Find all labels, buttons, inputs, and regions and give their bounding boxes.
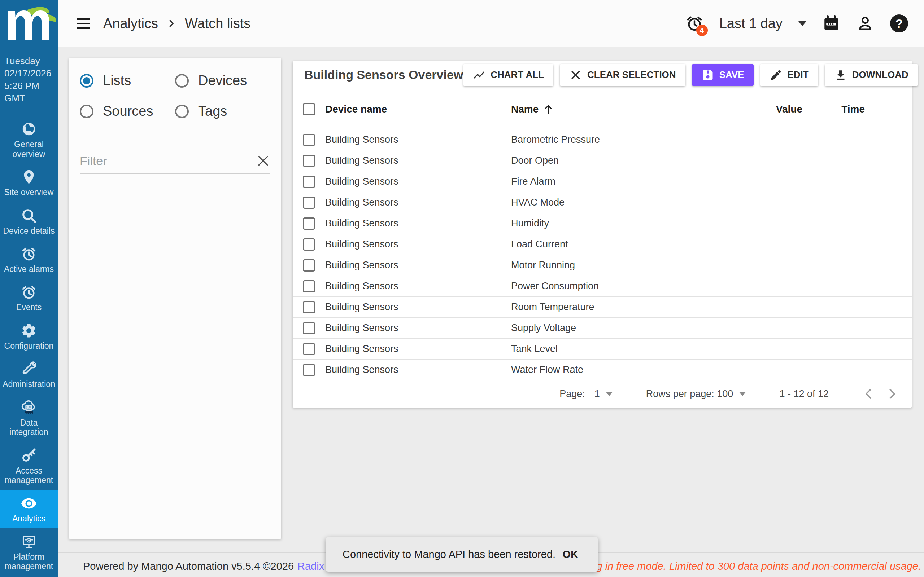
radio-lists[interactable]: Lists <box>80 73 175 89</box>
point-name-cell: Water Flow Rate <box>511 364 728 376</box>
breadcrumb-watch-lists[interactable]: Watch lists <box>185 16 250 31</box>
edit-button[interactable]: EDIT <box>760 64 818 86</box>
clear-filter-icon[interactable] <box>256 154 270 168</box>
table-row[interactable]: Building Sensors Power Consumption <box>293 276 912 297</box>
sidebar-item-label: Site overview <box>4 187 54 197</box>
row-checkbox[interactable] <box>303 218 315 230</box>
table-row[interactable]: Building Sensors Fire Alarm <box>293 171 912 192</box>
row-checkbox[interactable] <box>303 280 315 292</box>
free-mode-notice: ing in free mode. Limited to 300 data po… <box>588 561 921 572</box>
radio-sources[interactable]: Sources <box>80 103 175 119</box>
chevron-down-icon <box>739 392 746 396</box>
watchlist-title: Building Sensors Overview <box>304 68 463 82</box>
sidebar-item-platform-management[interactable]: Platform management <box>0 528 58 576</box>
sidebar-item-general-overview[interactable]: General overview <box>0 116 58 164</box>
radio-tags[interactable]: Tags <box>175 103 270 119</box>
row-checkbox[interactable] <box>303 197 315 209</box>
sidebar-item-active-alarms[interactable]: Active alarms <box>0 240 58 279</box>
calendar-icon[interactable] <box>822 15 840 32</box>
table-row[interactable]: Building Sensors Humidity <box>293 213 912 234</box>
watchlist-selector-panel: Lists Devices Sources Tags <box>69 58 281 539</box>
sidebar-item-site-overview[interactable]: Site overview <box>0 164 58 202</box>
close-icon <box>569 69 582 82</box>
row-checkbox[interactable] <box>303 322 315 334</box>
sidebar-item-device-details[interactable]: Device details <box>0 202 58 240</box>
column-header-device-name[interactable]: Device name <box>325 103 511 115</box>
filter-input[interactable] <box>80 154 256 168</box>
page-select[interactable]: 1 <box>594 388 613 400</box>
radio-devices[interactable]: Devices <box>175 73 270 89</box>
device-name-cell: Building Sensors <box>325 197 511 208</box>
mango-logo[interactable]: m <box>0 0 58 54</box>
radio-unselected-icon <box>175 74 189 88</box>
alarms-button[interactable]: 4 <box>685 15 703 32</box>
device-name-cell: Building Sensors <box>325 301 511 313</box>
point-name-cell: Room Temperature <box>511 301 728 313</box>
breadcrumb-analytics[interactable]: Analytics <box>103 16 158 31</box>
table-row[interactable]: Building Sensors Water Flow Rate <box>293 359 912 380</box>
table-row[interactable]: Building Sensors Supply Voltage <box>293 318 912 338</box>
sidebar-item-label: Active alarms <box>4 264 54 274</box>
topbar: Analytics Watch lists 4 Last 1 day ? <box>58 0 924 47</box>
select-all-checkbox[interactable] <box>303 103 315 115</box>
table-row[interactable]: Building Sensors Tank Level <box>293 338 912 359</box>
column-header-value[interactable]: Value <box>728 103 802 115</box>
sidebar-item-events[interactable]: Events <box>0 279 58 317</box>
sidebar-item-analytics[interactable]: Analytics <box>0 490 58 528</box>
next-page-button[interactable] <box>885 387 899 401</box>
cloud-data-icon <box>21 399 37 416</box>
table-row[interactable]: Building Sensors Load Current <box>293 234 912 255</box>
menu-hamburger-icon[interactable] <box>76 18 90 29</box>
point-name-cell: Door Open <box>511 155 728 166</box>
row-checkbox[interactable] <box>303 176 315 188</box>
save-button[interactable]: SAVE <box>692 64 754 86</box>
device-name-cell: Building Sensors <box>325 343 511 355</box>
row-checkbox[interactable] <box>303 155 315 167</box>
snackbar-ok-button[interactable]: OK <box>560 545 582 564</box>
table-row[interactable]: Building Sensors Door Open <box>293 150 912 171</box>
sidebar-item-administration[interactable]: Administration <box>0 356 58 394</box>
row-checkbox[interactable] <box>303 259 315 272</box>
time-range-selector[interactable]: Last 1 day <box>719 16 782 31</box>
row-checkbox[interactable] <box>303 134 315 146</box>
row-checkbox[interactable] <box>303 239 315 251</box>
save-icon <box>701 69 714 82</box>
clear-selection-button[interactable]: CLEAR SELECTION <box>560 64 685 86</box>
column-header-name[interactable]: Name <box>511 103 728 115</box>
alarm-count-badge: 4 <box>696 24 708 36</box>
snackbar-message: Connectivity to Mango API has been resto… <box>342 548 556 561</box>
table-row[interactable]: Building Sensors Barometric Pressure <box>293 129 912 150</box>
download-button[interactable]: DOWNLOAD <box>825 64 918 86</box>
chart-all-button[interactable]: CHART ALL <box>463 64 553 86</box>
row-checkbox[interactable] <box>303 364 315 376</box>
table-body: Building Sensors Barometric Pressure Bui… <box>293 129 912 380</box>
table-row[interactable]: Building Sensors Room Temperature <box>293 297 912 318</box>
sidebar-item-access-management[interactable]: Access management <box>0 442 58 490</box>
sidebar-item-configuration[interactable]: Configuration <box>0 318 58 356</box>
user-icon[interactable] <box>856 15 874 32</box>
chart-icon <box>472 69 485 82</box>
table-row[interactable]: Building Sensors Motor Running <box>293 255 912 276</box>
column-header-time[interactable]: Time <box>802 103 865 115</box>
eye-icon <box>21 495 37 512</box>
monitor-gear-icon <box>21 533 37 550</box>
radio-unselected-icon <box>80 105 94 118</box>
download-icon <box>834 69 847 82</box>
help-icon[interactable]: ? <box>890 15 908 32</box>
alarm-clock-icon <box>21 284 37 300</box>
sidebar-item-label: Data integration <box>2 418 56 437</box>
sidebar-item-data-integration[interactable]: Data integration <box>0 394 58 442</box>
alarm-clock-icon <box>21 246 37 262</box>
pagination: Page: 1 Rows per page: 100 1 - 12 of 12 <box>293 380 912 408</box>
point-name-cell: HVAC Mode <box>511 197 728 208</box>
rows-per-page-select[interactable]: Rows per page: 100 <box>646 388 746 400</box>
table-row[interactable]: Building Sensors HVAC Mode <box>293 192 912 213</box>
search-icon <box>21 207 37 224</box>
row-checkbox[interactable] <box>303 301 315 313</box>
previous-page-button[interactable] <box>862 387 876 401</box>
row-checkbox[interactable] <box>303 343 315 355</box>
chevron-down-icon[interactable] <box>798 21 806 26</box>
chevron-down-icon <box>606 392 613 396</box>
sidebar-item-label: General overview <box>2 140 56 159</box>
radio-selected-icon <box>80 74 94 88</box>
